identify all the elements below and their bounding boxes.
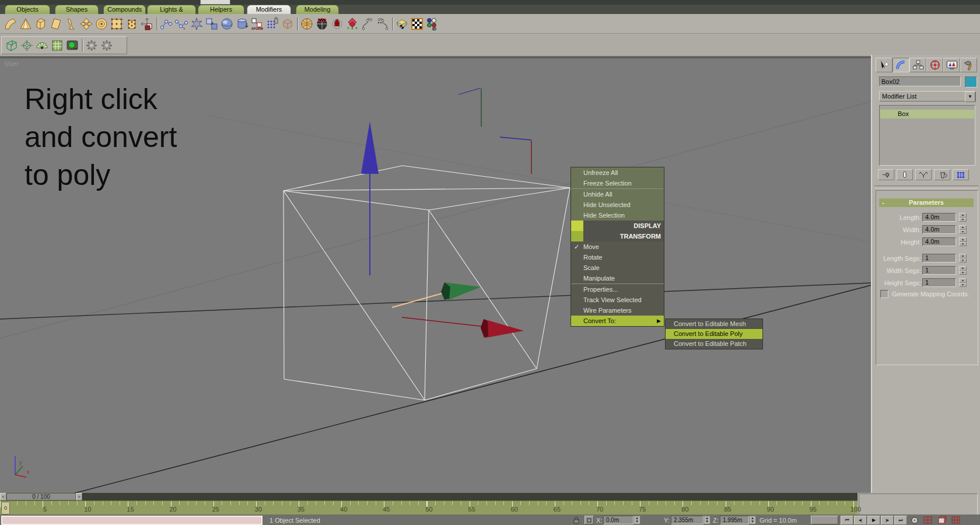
shelf-tab-helpers[interactable]: Helpers <box>198 5 244 14</box>
context-menu-item[interactable]: Properties... <box>571 284 664 295</box>
z-coord-spinner[interactable]: ▲▼ <box>749 516 756 524</box>
skew-modifier-icon[interactable] <box>64 16 79 32</box>
squeeze-modifier-icon[interactable] <box>79 16 94 32</box>
spinner-up-icon[interactable]: ▲ <box>959 254 967 258</box>
box-wireframe[interactable] <box>284 166 570 400</box>
param-field[interactable]: 1 <box>922 278 956 287</box>
x-coord-spinner[interactable]: ▲▼ <box>634 516 640 524</box>
move-gizmo[interactable] <box>361 121 524 338</box>
y-coord-field[interactable]: 2.355m <box>671 516 704 524</box>
viewport[interactable]: y x User Right clickand convertto poly <box>0 57 871 493</box>
context-menu-item-convert-to[interactable]: Convert To:▶ <box>571 316 664 326</box>
modify-tab[interactable] <box>892 58 909 72</box>
noise-modifier-icon[interactable] <box>48 16 64 32</box>
motion-tab[interactable] <box>926 58 943 72</box>
remove-modifier-button[interactable] <box>934 169 950 180</box>
lattice-modifier-icon[interactable] <box>109 16 124 32</box>
x-coord-field[interactable]: 0.0m <box>603 516 634 524</box>
soft-selection-icon[interactable] <box>345 16 360 32</box>
material-id-icon[interactable]: ID <box>425 16 440 32</box>
ripple-modifier-icon[interactable] <box>94 16 109 32</box>
xform-modifier-icon[interactable]: XFORM <box>250 16 265 32</box>
next-key-button[interactable]: |▸ <box>881 516 894 525</box>
prev-frame-button[interactable]: < <box>0 493 6 501</box>
checker-material-icon[interactable] <box>410 16 425 32</box>
skin-modifier-icon[interactable] <box>159 16 174 32</box>
unwrap-uvw-icon[interactable] <box>314 16 330 32</box>
spinner-down-icon[interactable]: ▼ <box>959 258 967 263</box>
modifier-list-dropdown[interactable]: Modifier List ▼ <box>879 91 976 102</box>
object-color-swatch[interactable] <box>965 76 977 88</box>
context-menu-item[interactable]: Unfreeze All <box>571 167 664 178</box>
y-coord-spinner[interactable]: ▲▼ <box>704 516 710 524</box>
context-menu-item-scale[interactable]: Scale <box>571 262 664 273</box>
hierarchy-tab[interactable] <box>909 58 926 72</box>
spinner-down-icon[interactable]: ▼ <box>959 242 967 247</box>
maxscript-mini-listener[interactable] <box>1 516 262 525</box>
shelf-tab-shapes[interactable]: Shapes <box>55 5 99 14</box>
context-menu-item[interactable]: Hide Selection <box>571 210 664 220</box>
spinner-down-icon[interactable]: ▼ <box>959 283 967 288</box>
next-frame-button[interactable]: > <box>76 493 82 501</box>
context-menu-item[interactable]: Freeze Selection <box>571 178 664 188</box>
shelf-tab-lights-cameras[interactable]: Lights & Cameras <box>147 5 196 14</box>
submenu-item-convert-to-editable-poly[interactable]: Convert to Editable Poly <box>666 329 762 339</box>
context-menu-item[interactable]: Track View Selected <box>571 295 664 305</box>
spline-curve-2-icon[interactable] <box>375 16 390 32</box>
angle-protractor-icon[interactable] <box>34 38 50 53</box>
create-tab[interactable] <box>876 58 892 72</box>
taper-modifier-icon[interactable] <box>18 16 33 32</box>
set-key-field[interactable] <box>811 516 838 524</box>
selection-lock-icon[interactable] <box>572 516 580 525</box>
radial-button-icon[interactable] <box>65 38 80 53</box>
show-end-result-button[interactable] <box>897 169 913 180</box>
param-field[interactable]: 4.0m <box>922 213 956 222</box>
submenu-item-convert-to-editable-mesh[interactable]: Convert to Editable Mesh <box>666 319 762 329</box>
pivot-center-icon[interactable] <box>19 38 34 53</box>
array-gray-2-icon[interactable] <box>99 38 114 53</box>
shelf-tab-objects[interactable]: Objects <box>5 5 50 14</box>
configure-modifier-sets-button[interactable] <box>953 169 969 180</box>
spinner-up-icon[interactable]: ▲ <box>959 237 967 242</box>
context-menu-item-manipulate[interactable]: Manipulate <box>571 273 664 284</box>
shelf-tab-compounds[interactable]: Compounds <box>103 5 146 14</box>
key-mode-icon[interactable] <box>910 516 921 525</box>
pin-stack-button[interactable] <box>878 169 894 180</box>
display-tab[interactable] <box>943 58 960 72</box>
spherify-modifier-icon[interactable] <box>219 16 235 32</box>
shelf-tab-modeling[interactable]: Modeling <box>296 5 339 14</box>
grid-snap-icon[interactable] <box>50 38 65 53</box>
utilities-tab[interactable] <box>960 58 977 72</box>
gizmo-x-arrow[interactable] <box>484 319 524 338</box>
push-modifier-icon[interactable] <box>189 16 204 32</box>
spline-curve-1-icon[interactable] <box>360 16 375 32</box>
spinner-up-icon[interactable]: ▲ <box>959 213 967 218</box>
param-field[interactable]: 4.0m <box>922 237 956 246</box>
context-menu-item-move[interactable]: Move✓ <box>571 242 664 252</box>
play-button[interactable]: ▶ <box>867 516 880 525</box>
absolute-mode-button[interactable] <box>584 516 594 524</box>
gizmo-y-shaft[interactable] <box>392 291 450 307</box>
stack-entry-box[interactable]: Box <box>880 110 974 118</box>
point-cache-icon[interactable] <box>265 16 280 32</box>
edit-mesh-icon[interactable] <box>330 16 345 32</box>
bend-modifier-icon[interactable] <box>3 16 18 32</box>
go-to-start-button[interactable]: ⏮ <box>841 516 853 525</box>
array-gray-1-icon[interactable] <box>84 38 99 53</box>
bone-tools-icon[interactable] <box>174 16 189 32</box>
time-config-icon-2[interactable] <box>937 516 947 525</box>
spinner-down-icon[interactable]: ▼ <box>959 271 967 275</box>
spinner-down-icon[interactable]: ▼ <box>959 230 967 235</box>
wireframe-cube-icon[interactable] <box>4 38 19 53</box>
time-config-icon-1[interactable] <box>923 516 933 525</box>
spinner-up-icon[interactable]: ▲ <box>959 278 967 283</box>
extrude-modifier-icon[interactable] <box>235 16 250 32</box>
context-menu-item[interactable]: Wire Parameters <box>571 305 664 316</box>
meshsmooth-modifier-icon[interactable] <box>124 16 139 32</box>
z-coord-field[interactable]: 1.995m <box>720 516 749 524</box>
param-field[interactable]: 1 <box>922 266 956 275</box>
twist-modifier-icon[interactable] <box>33 16 48 32</box>
editable-poly-icon[interactable] <box>280 16 295 32</box>
time-slider-ruler[interactable]: 0 <box>0 501 858 515</box>
context-menu-item[interactable]: Hide Unselected <box>571 200 664 210</box>
